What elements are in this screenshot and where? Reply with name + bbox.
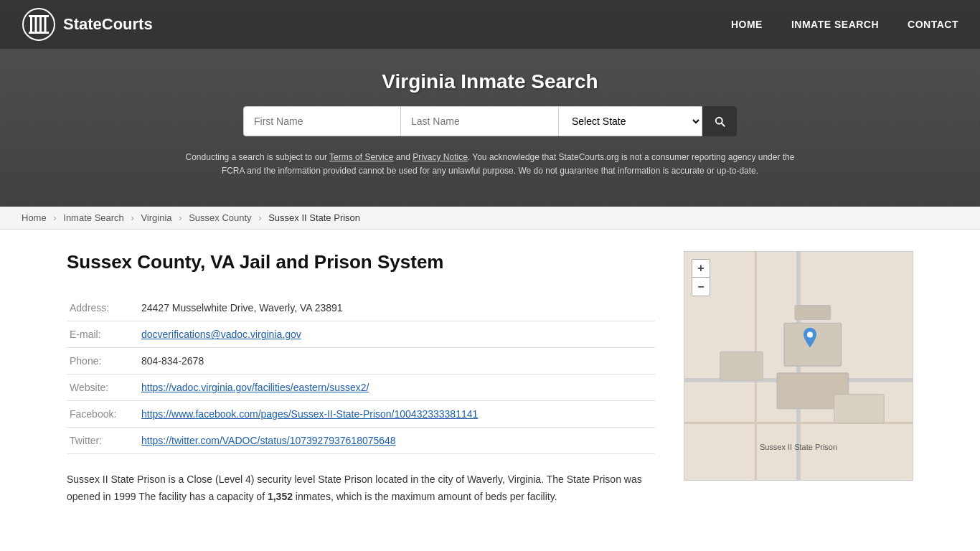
- breadcrumb-inmate-search[interactable]: Inmate Search: [63, 212, 124, 223]
- breadcrumb-county[interactable]: Sussex County: [189, 212, 251, 223]
- address-value: 24427 Musselwhite Drive, Waverly, VA 238…: [138, 295, 655, 321]
- map-zoom-in-button[interactable]: +: [692, 259, 710, 278]
- table-row-phone: Phone: 804-834-2678: [67, 348, 655, 375]
- table-row-twitter: Twitter: https://twitter.com/VADOC/statu…: [67, 428, 655, 454]
- map-container[interactable]: + −: [684, 251, 913, 481]
- terms-link[interactable]: Terms of Service: [329, 152, 393, 162]
- breadcrumb-current: Sussex II State Prison: [268, 212, 360, 223]
- table-row-facebook: Facebook: https://www.facebook.com/pages…: [67, 401, 655, 428]
- facility-description: Sussex II State Prison is a Close (Level…: [67, 471, 655, 506]
- svg-point-0: [23, 9, 55, 40]
- disclaimer-between: and: [393, 152, 413, 162]
- breadcrumb-sep-2: ›: [131, 212, 133, 223]
- search-icon: [713, 115, 726, 128]
- header: StateCourts HOME INMATE SEARCH CONTACT V…: [0, 0, 980, 207]
- main-content: Sussex County, VA Jail and Prison System…: [38, 230, 942, 527]
- search-bar: Select State: [207, 106, 773, 136]
- state-select[interactable]: Select State: [559, 106, 702, 136]
- table-row-email: E-mail: docverifications@vadoc.virginia.…: [67, 321, 655, 348]
- phone-label: Phone:: [67, 348, 138, 375]
- email-value: docverifications@vadoc.virginia.gov: [138, 321, 655, 348]
- svg-rect-6: [44, 17, 47, 32]
- facility-capacity: 1,352: [268, 491, 293, 502]
- nav-links: HOME INMATE SEARCH CONTACT: [731, 19, 958, 30]
- hero-section: Virginia Inmate Search Select State Cond…: [0, 49, 980, 207]
- privacy-link[interactable]: Privacy Notice: [413, 152, 468, 162]
- facebook-value: https://www.facebook.com/pages/Sussex-II…: [138, 401, 655, 428]
- first-name-input[interactable]: [243, 106, 401, 136]
- svg-rect-15: [720, 352, 763, 381]
- svg-rect-1: [29, 32, 49, 34]
- last-name-input[interactable]: [401, 106, 559, 136]
- disclaimer-text: Conducting a search is subject to our Te…: [167, 146, 813, 192]
- map-facility-label: Sussex II State Prison: [760, 443, 837, 451]
- svg-rect-2: [29, 15, 49, 17]
- logo-text: StateCourts: [63, 15, 153, 34]
- facility-info-table: Address: 24427 Musselwhite Drive, Waverl…: [67, 295, 655, 454]
- svg-rect-5: [39, 17, 42, 32]
- nav-home[interactable]: HOME: [731, 19, 763, 30]
- svg-rect-14: [795, 306, 831, 320]
- phone-value: 804-834-2678: [138, 348, 655, 375]
- map-pin: [802, 328, 818, 350]
- logo-icon: [22, 7, 56, 42]
- nav-contact[interactable]: CONTACT: [908, 19, 958, 30]
- map-pin-icon: [802, 328, 818, 348]
- table-row-website: Website: https://vadoc.virginia.gov/faci…: [67, 375, 655, 401]
- email-link[interactable]: docverifications@vadoc.virginia.gov: [141, 329, 301, 340]
- map-section: + −: [684, 251, 913, 506]
- hero-title: Virginia Inmate Search: [14, 70, 966, 93]
- navbar: StateCourts HOME INMATE SEARCH CONTACT: [0, 0, 980, 49]
- map-zoom-out-button[interactable]: −: [692, 278, 710, 296]
- info-section: Sussex County, VA Jail and Prison System…: [67, 251, 655, 506]
- twitter-link[interactable]: https://twitter.com/VADOC/status/1073927…: [141, 435, 396, 446]
- svg-rect-4: [35, 17, 37, 32]
- twitter-label: Twitter:: [67, 428, 138, 454]
- website-label: Website:: [67, 375, 138, 401]
- table-row-address: Address: 24427 Musselwhite Drive, Waverl…: [67, 295, 655, 321]
- disclaimer-before: Conducting a search is subject to our: [186, 152, 330, 162]
- breadcrumb-home[interactable]: Home: [22, 212, 47, 223]
- search-button[interactable]: [702, 106, 737, 136]
- email-label: E-mail:: [67, 321, 138, 348]
- map-zoom-controls: + −: [692, 259, 710, 296]
- breadcrumb-sep-1: ›: [53, 212, 56, 223]
- svg-rect-16: [834, 395, 885, 423]
- description-part2: inmates, which is the maximum amount of …: [293, 491, 557, 502]
- breadcrumb-sep-3: ›: [179, 212, 182, 223]
- logo-link[interactable]: StateCourts: [22, 7, 153, 42]
- twitter-value: https://twitter.com/VADOC/status/1073927…: [138, 428, 655, 454]
- breadcrumb-sep-4: ›: [258, 212, 261, 223]
- facility-heading: Sussex County, VA Jail and Prison System: [67, 251, 655, 273]
- address-label: Address:: [67, 295, 138, 321]
- breadcrumb-state[interactable]: Virginia: [141, 212, 171, 223]
- website-value: https://vadoc.virginia.gov/facilities/ea…: [138, 375, 655, 401]
- facebook-link[interactable]: https://www.facebook.com/pages/Sussex-II…: [141, 408, 478, 420]
- nav-inmate-search[interactable]: INMATE SEARCH: [791, 19, 879, 30]
- breadcrumb: Home › Inmate Search › Virginia › Sussex…: [0, 207, 980, 230]
- website-link[interactable]: https://vadoc.virginia.gov/facilities/ea…: [141, 382, 369, 393]
- svg-point-17: [807, 332, 813, 338]
- svg-rect-3: [30, 17, 32, 32]
- facebook-label: Facebook:: [67, 401, 138, 428]
